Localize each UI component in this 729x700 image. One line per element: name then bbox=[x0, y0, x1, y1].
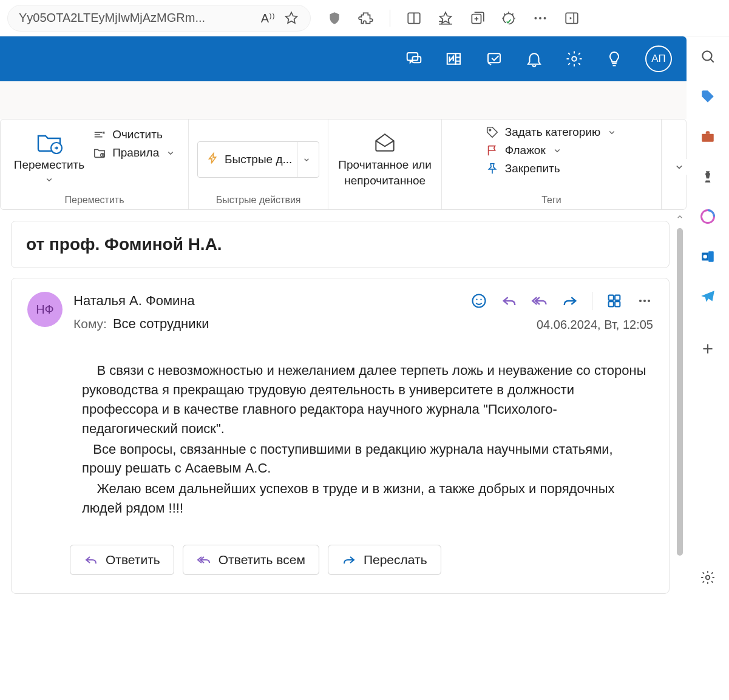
to-label: Кому: bbox=[73, 317, 107, 331]
sidebar-briefcase-icon[interactable] bbox=[699, 127, 717, 146]
svg-rect-15 bbox=[456, 53, 461, 64]
quick-steps-label: Быстрые д... bbox=[225, 153, 292, 166]
reply-all-button[interactable]: Ответить всем bbox=[183, 545, 319, 575]
rules-button[interactable]: Правила bbox=[93, 146, 176, 160]
flag-button[interactable]: Флажок bbox=[486, 144, 618, 157]
group-label-move: Переместить bbox=[64, 190, 124, 209]
svg-point-22 bbox=[489, 129, 491, 131]
email-body: В связи с невозможностью и нежеланием да… bbox=[27, 361, 653, 518]
move-button[interactable]: Переместить bbox=[13, 126, 86, 187]
message-date: 04.06.2024, Вт, 12:05 bbox=[537, 318, 653, 332]
svg-rect-13 bbox=[413, 56, 421, 62]
ribbon: Переместить Очистить Правила bbox=[0, 119, 687, 210]
svg-point-31 bbox=[639, 300, 642, 302]
svg-point-25 bbox=[476, 299, 477, 300]
tag-icon bbox=[486, 126, 499, 139]
browser-actions bbox=[327, 10, 580, 27]
reply-button-label: Ответить bbox=[106, 553, 160, 567]
apps-grid-icon[interactable] bbox=[606, 292, 623, 309]
read-unread-button[interactable]: Прочитанное или непрочитанное bbox=[337, 126, 433, 190]
svg-point-39 bbox=[703, 255, 707, 259]
ribbon-collapse-icon[interactable] bbox=[671, 159, 687, 175]
divider bbox=[592, 292, 592, 310]
performance-icon[interactable] bbox=[501, 10, 517, 26]
pin-button[interactable]: Закрепить bbox=[486, 162, 618, 175]
to-value: Все сотрудники bbox=[113, 316, 209, 332]
sidebar-tag-icon[interactable] bbox=[699, 87, 717, 106]
group-label-tags: Теги bbox=[541, 190, 561, 209]
group-label-quick: Быстрые действия bbox=[216, 190, 301, 209]
svg-rect-28 bbox=[615, 295, 620, 300]
svg-rect-36 bbox=[702, 134, 714, 142]
read-aloud-button[interactable]: A⁾⁾ bbox=[261, 11, 275, 25]
tracking-shield-icon[interactable] bbox=[327, 10, 342, 26]
ribbon-spacer bbox=[0, 81, 687, 119]
more-actions-icon[interactable] bbox=[636, 292, 653, 309]
sweep-button[interactable]: Очистить bbox=[93, 128, 176, 141]
sidebar-toggle-icon[interactable] bbox=[564, 10, 580, 26]
onenote-icon[interactable] bbox=[445, 50, 463, 68]
forward-button[interactable]: Переслать bbox=[328, 545, 441, 575]
sidebar-copilot-icon[interactable] bbox=[699, 207, 717, 226]
categorize-button[interactable]: Задать категорию bbox=[486, 126, 618, 139]
tips-lightbulb-icon[interactable] bbox=[605, 50, 623, 68]
sidebar-telegram-icon[interactable] bbox=[699, 288, 717, 306]
chevron-down-icon bbox=[606, 127, 617, 138]
message-actions bbox=[470, 292, 653, 310]
divider bbox=[390, 10, 390, 27]
svg-rect-27 bbox=[609, 295, 614, 300]
svg-rect-29 bbox=[609, 301, 614, 306]
favorites-icon[interactable] bbox=[438, 10, 453, 26]
react-smiley-icon[interactable] bbox=[470, 292, 487, 309]
reply-button[interactable]: Ответить bbox=[70, 545, 174, 575]
favorite-star-icon[interactable] bbox=[283, 10, 299, 26]
body-paragraph: Желаю всем дальнейших успехов в труде и … bbox=[82, 479, 649, 518]
reply-icon[interactable] bbox=[501, 292, 518, 309]
settings-gear-icon[interactable] bbox=[565, 50, 583, 68]
sender-name: Наталья А. Фомина bbox=[73, 293, 470, 309]
teams-chat-icon[interactable] bbox=[405, 50, 423, 68]
ribbon-group-quick: Быстрые д... Быстрые действия bbox=[189, 119, 328, 209]
folder-move-icon bbox=[33, 128, 65, 156]
reply-all-icon[interactable] bbox=[531, 292, 548, 309]
todo-icon[interactable] bbox=[485, 50, 503, 68]
scrollbar-thumb[interactable] bbox=[677, 228, 683, 556]
sidebar-outlook-icon[interactable] bbox=[699, 247, 717, 266]
svg-point-32 bbox=[643, 300, 646, 302]
sidebar-settings-icon[interactable] bbox=[699, 568, 717, 587]
body-paragraph: Все вопросы, связанные с поступившими в … bbox=[82, 440, 649, 479]
extensions-icon[interactable] bbox=[358, 10, 374, 26]
sender-avatar[interactable]: НФ bbox=[27, 292, 63, 327]
svg-point-9 bbox=[544, 17, 546, 19]
scrollbar[interactable] bbox=[673, 210, 687, 594]
flag-label: Флажок bbox=[505, 144, 546, 157]
envelope-open-icon bbox=[369, 128, 401, 156]
svg-point-7 bbox=[534, 17, 537, 19]
sweep-icon bbox=[93, 128, 106, 141]
reply-all-button-label: Ответить всем bbox=[219, 553, 305, 567]
search-icon[interactable] bbox=[699, 47, 717, 66]
svg-point-33 bbox=[648, 300, 650, 302]
categorize-label: Задать категорию bbox=[505, 126, 601, 139]
svg-rect-38 bbox=[708, 251, 714, 261]
pin-icon bbox=[486, 162, 499, 175]
ribbon-group-move: Переместить Очистить Правила bbox=[1, 119, 189, 209]
svg-point-42 bbox=[706, 576, 710, 580]
chevron-down-icon bbox=[44, 174, 55, 185]
svg-rect-18 bbox=[488, 53, 500, 62]
account-avatar[interactable]: АП bbox=[645, 45, 672, 72]
forward-icon[interactable] bbox=[561, 292, 578, 309]
sidebar-add-icon[interactable] bbox=[699, 340, 717, 358]
svg-line-35 bbox=[710, 59, 713, 62]
notifications-bell-icon[interactable] bbox=[525, 50, 543, 68]
collections-icon[interactable] bbox=[469, 10, 485, 26]
move-label: Переместить bbox=[14, 158, 84, 172]
address-bar[interactable]: Yy05OTA2LTEyMjIwMjAzMGRm... A⁾⁾ bbox=[7, 5, 311, 32]
svg-rect-30 bbox=[615, 301, 620, 306]
quick-steps-button[interactable]: Быстрые д... bbox=[197, 141, 319, 178]
group-label-read-empty bbox=[384, 190, 386, 209]
split-screen-icon[interactable] bbox=[406, 10, 422, 26]
more-icon[interactable] bbox=[532, 10, 548, 26]
quick-steps-dropdown[interactable] bbox=[297, 142, 315, 177]
sidebar-chess-icon[interactable] bbox=[699, 167, 717, 186]
